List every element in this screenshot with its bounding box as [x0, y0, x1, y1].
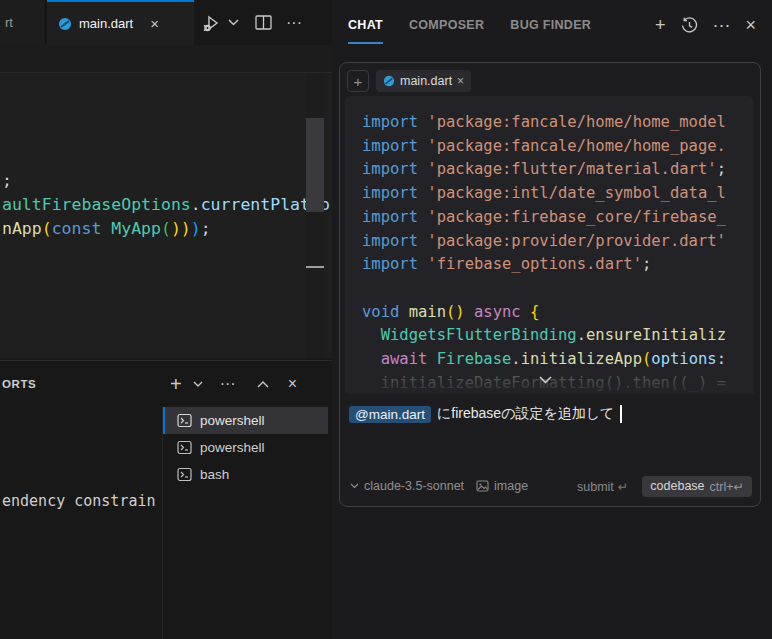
attach-image-button[interactable]: image [476, 479, 528, 493]
chevron-down-icon [350, 483, 359, 489]
tab-bug-finder[interactable]: BUG FINDER [510, 0, 591, 50]
close-panel-icon[interactable]: × [745, 16, 756, 34]
terminal-item-powershell[interactable]: powershell [163, 434, 328, 461]
new-chat-icon[interactable]: + [655, 16, 666, 34]
terminal-item-powershell[interactable]: powershell [163, 407, 328, 434]
tab-label: COMPOSER [409, 18, 484, 32]
run-debug-icon[interactable] [202, 13, 222, 33]
codebase-button[interactable]: codebase ctrl+↵ [642, 476, 752, 497]
new-terminal-icon[interactable]: + [170, 374, 182, 394]
history-icon[interactable] [681, 17, 698, 34]
terminal-icon [177, 467, 192, 482]
editor-tab-bar: rt main.dart × [0, 0, 332, 45]
terminal-list: powershell powershell ba [162, 407, 328, 639]
terminal-label: powershell [200, 413, 265, 428]
chip-label: main.dart [400, 74, 452, 88]
tab-label: main.dart [79, 16, 133, 31]
context-chip-main-dart[interactable]: main.dart × [376, 70, 471, 92]
codebase-label: codebase [650, 479, 704, 493]
more-actions-icon[interactable]: ··· [286, 15, 302, 31]
model-name: claude-3.5-sonnet [364, 479, 464, 493]
breadcrumb [0, 45, 332, 73]
submit-button[interactable]: submit↵ [577, 479, 628, 494]
editor-actions: ··· [202, 0, 302, 45]
scrollbar-cursor-marker [306, 266, 324, 268]
tab-chat[interactable]: CHAT [348, 0, 383, 50]
chat-input-container: + main.dart × import 'package:fancale/ho… [339, 62, 761, 507]
tab-label: CHAT [348, 18, 383, 32]
chat-panel-tabs: CHAT COMPOSER BUG FINDER [348, 0, 591, 50]
image-icon [476, 480, 489, 492]
chat-panel-actions: + ··· × [655, 0, 756, 50]
chat-panel: CHAT COMPOSER BUG FINDER + ··· × + [332, 0, 772, 639]
tab-label: rt [5, 15, 13, 30]
image-label: image [494, 479, 528, 493]
remove-context-icon[interactable]: × [457, 74, 464, 88]
chevron-down-icon[interactable] [228, 19, 239, 26]
scrollbar-thumb[interactable] [306, 118, 324, 212]
terminal-icon [177, 413, 192, 428]
expand-code-icon[interactable] [539, 376, 552, 384]
tab-label: BUG FINDER [510, 18, 591, 32]
editor-code-lines: ;aultFirebaseOptions.currentPlatformnApp… [2, 169, 332, 241]
close-panel-icon[interactable]: × [288, 376, 297, 392]
code-editor[interactable]: ;aultFirebaseOptions.currentPlatformnApp… [0, 73, 332, 358]
code-preview-block[interactable]: import 'package:fancale/home/home_modeli… [345, 96, 754, 394]
panel-title[interactable]: ORTS [2, 378, 36, 390]
dart-icon [58, 17, 72, 31]
more-actions-icon[interactable]: ··· [220, 376, 236, 392]
tab-composer[interactable]: COMPOSER [409, 0, 484, 50]
bottom-panel: ORTS + ··· × endency constrain [0, 360, 332, 639]
terminal-icon [177, 440, 192, 455]
dart-icon [383, 75, 395, 87]
panel-actions: + ··· × [170, 361, 297, 407]
chat-input-footer: claude-3.5-sonnet image submit↵ codebase… [350, 473, 752, 499]
chat-input-row[interactable]: @main.dart にfirebaseの設定を追加して [349, 402, 751, 426]
context-chips-row: + main.dart × [347, 70, 471, 92]
editor-tab-main-dart[interactable]: main.dart × [47, 0, 194, 45]
editor-column: rt main.dart × [0, 0, 332, 639]
return-key-icon: ↵ [618, 480, 628, 494]
editor-tab-partial[interactable]: rt [0, 0, 46, 45]
codebase-shortcut: ctrl+↵ [710, 479, 744, 494]
model-selector[interactable]: claude-3.5-sonnet [350, 479, 464, 493]
terminal-label: powershell [200, 440, 265, 455]
split-editor-icon[interactable] [255, 15, 272, 30]
editor-scrollbar[interactable] [306, 73, 324, 358]
maximize-panel-icon[interactable] [257, 381, 269, 388]
more-actions-icon[interactable]: ··· [713, 16, 731, 34]
text-caret [620, 405, 622, 423]
close-tab-icon[interactable]: × [150, 15, 159, 32]
terminal-item-bash[interactable]: bash [163, 461, 328, 488]
mention-chip[interactable]: @main.dart [349, 406, 431, 423]
chat-input-text[interactable]: にfirebaseの設定を追加して [437, 405, 614, 423]
active-tab-underline [348, 42, 383, 44]
terminal-label: bash [200, 467, 229, 482]
terminal-output: endency constrain [2, 492, 156, 510]
chevron-down-icon[interactable] [193, 381, 203, 387]
add-context-button[interactable]: + [347, 70, 369, 92]
